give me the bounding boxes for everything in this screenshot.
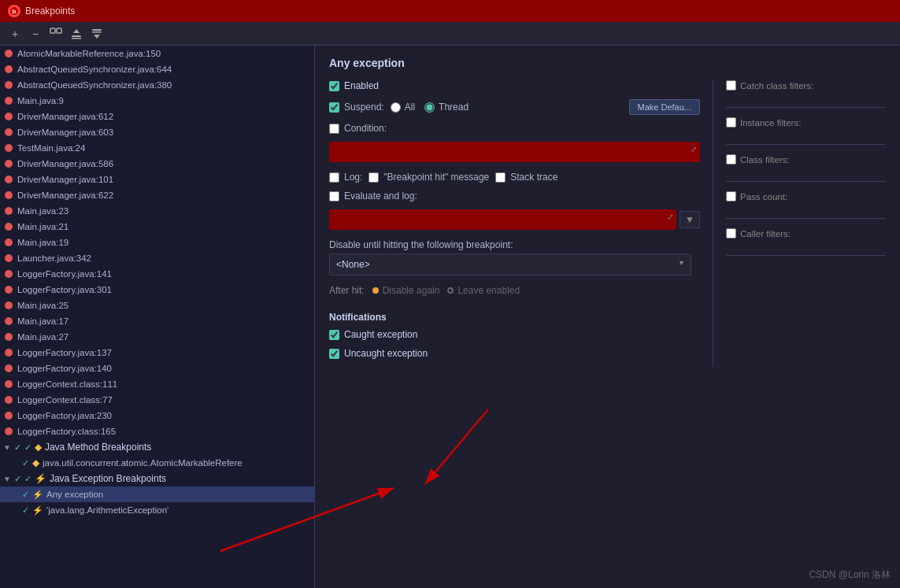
list-item[interactable]: DriverManager.java:586 bbox=[0, 156, 314, 172]
two-col-layout: Enabled Suspend: All bbox=[329, 80, 886, 367]
import-button[interactable] bbox=[88, 25, 106, 43]
suspend-thread-radio[interactable] bbox=[424, 102, 435, 113]
pass-count-checkbox[interactable] bbox=[726, 191, 736, 202]
log-checkbox-label[interactable]: Log: bbox=[329, 172, 362, 183]
caller-filters-input[interactable] bbox=[726, 242, 886, 256]
group-button[interactable] bbox=[47, 25, 65, 43]
suspend-checkbox[interactable] bbox=[329, 102, 339, 113]
leave-enabled-label[interactable]: Leave enabled bbox=[447, 285, 520, 296]
condition-checkbox[interactable] bbox=[329, 124, 339, 134]
list-item[interactable]: Main.java:19 bbox=[0, 235, 314, 250]
right-content: Any exception Enabled bbox=[315, 46, 900, 378]
catch-class-filters-checkbox[interactable] bbox=[726, 80, 736, 91]
after-hit-label: After hit: bbox=[329, 285, 365, 296]
method-subitem[interactable]: ✓ ◆ java.util.concurrent.atomic.AtomicMa… bbox=[0, 455, 314, 471]
evaluate-dropdown-btn[interactable]: ▼ bbox=[680, 211, 700, 228]
caller-filters-check[interactable]: Caller filters: bbox=[726, 228, 886, 239]
condition-input[interactable] bbox=[329, 142, 700, 162]
evaluate-checkbox[interactable] bbox=[329, 191, 339, 202]
list-item[interactable]: DriverManager.java:603 bbox=[0, 124, 314, 140]
uncaught-exception-label[interactable]: Uncaught exception bbox=[329, 348, 428, 359]
list-item[interactable]: Main.java:27 bbox=[0, 329, 314, 345]
class-filters-checkbox[interactable] bbox=[726, 154, 736, 165]
list-item[interactable]: Launcher.java:342 bbox=[0, 250, 314, 266]
notifications-title: Notifications bbox=[329, 312, 700, 323]
evaluate-input[interactable] bbox=[329, 209, 676, 230]
log-stack-trace-label[interactable]: Stack trace bbox=[495, 172, 557, 183]
list-item[interactable]: LoggerContext.class:111 bbox=[0, 376, 314, 392]
evaluate-checkbox-label[interactable]: Evaluate and log: bbox=[329, 190, 417, 202]
pass-count-input[interactable] bbox=[726, 205, 886, 219]
enabled-checkbox[interactable] bbox=[329, 81, 339, 91]
condition-expand-icon[interactable]: ⤢ bbox=[691, 145, 697, 153]
list-item[interactable]: Main.java:25 bbox=[0, 298, 314, 313]
disable-until-group: Disable until hitting the following brea… bbox=[329, 239, 700, 276]
catch-class-filters-check[interactable]: Catch class filters: bbox=[726, 80, 886, 91]
any-exception-item[interactable]: ✓ ⚡ Any exception bbox=[0, 486, 314, 502]
disable-again-label[interactable]: Disable again bbox=[372, 285, 440, 296]
breakpoint-dot bbox=[5, 128, 13, 136]
instance-filters-checkbox[interactable] bbox=[726, 117, 736, 128]
log-stack-trace-checkbox[interactable] bbox=[495, 172, 506, 183]
remove-button[interactable]: − bbox=[27, 25, 44, 43]
caught-exception-checkbox[interactable] bbox=[329, 330, 339, 340]
suspend-row: Suspend: All Thread Mak bbox=[329, 99, 700, 115]
list-item[interactable]: DriverManager.java:612 bbox=[0, 109, 314, 124]
suspend-thread-label[interactable]: Thread bbox=[424, 102, 469, 113]
catch-class-filters-input[interactable] bbox=[726, 94, 886, 108]
list-item[interactable]: LoggerFactory.java:301 bbox=[0, 282, 314, 298]
instance-filters-input[interactable] bbox=[726, 131, 886, 145]
list-item[interactable]: LoggerFactory.java:137 bbox=[0, 345, 314, 361]
caught-exception-label[interactable]: Caught exception bbox=[329, 329, 417, 340]
make-default-button[interactable]: Make Defau... bbox=[629, 99, 700, 115]
list-item[interactable]: Main.java:17 bbox=[0, 313, 314, 329]
breakpoint-dot bbox=[5, 270, 13, 278]
list-item[interactable]: LoggerContext.class:77 bbox=[0, 392, 314, 408]
log-checkbox[interactable] bbox=[329, 172, 339, 183]
class-filters-input[interactable] bbox=[726, 168, 886, 182]
list-item[interactable]: Main.java:21 bbox=[0, 219, 314, 235]
watermark: CSDN @Lorin 洛林 bbox=[809, 568, 891, 582]
arith-exception-item[interactable]: ✓ ⚡ 'java.lang.ArithmeticException' bbox=[0, 502, 314, 518]
list-item[interactable]: TestMain.java:24 bbox=[0, 140, 314, 156]
export-button[interactable] bbox=[68, 25, 85, 43]
list-item[interactable]: AbstractQueuedSynchronizer.java:380 bbox=[0, 77, 314, 93]
pass-count-check[interactable]: Pass count: bbox=[726, 191, 886, 202]
enabled-label[interactable]: Enabled bbox=[329, 80, 379, 91]
uncaught-exception-checkbox[interactable] bbox=[329, 349, 339, 359]
caller-filters-checkbox[interactable] bbox=[726, 228, 736, 239]
class-filters-check[interactable]: Class filters: bbox=[726, 154, 886, 165]
log-breakpoint-msg-checkbox[interactable] bbox=[369, 172, 379, 183]
exception-collapse-arrow: ▼ bbox=[3, 475, 11, 483]
arith-exc-icon: ⚡ bbox=[32, 505, 43, 516]
list-item[interactable]: AbstractQueuedSynchronizer.java:644 bbox=[0, 61, 314, 77]
log-breakpoint-msg-label[interactable]: "Breakpoint hit" message bbox=[369, 172, 489, 183]
exception-breakpoints-section[interactable]: ▼ ✓ ✓ ⚡ Java Exception Breakpoints bbox=[0, 471, 314, 486]
list-item[interactable]: Main.java:9 bbox=[0, 93, 314, 109]
catch-class-filters-label: Catch class filters: bbox=[726, 80, 886, 91]
list-item[interactable]: AtomicMarkableReference.java:150 bbox=[0, 46, 314, 61]
disable-again-dot bbox=[372, 287, 379, 294]
list-item[interactable]: DriverManager.java:101 bbox=[0, 172, 314, 187]
breakpoint-dot bbox=[5, 412, 13, 420]
uncaught-exception-row: Uncaught exception bbox=[329, 348, 700, 359]
list-item[interactable]: LoggerFactory.java:140 bbox=[0, 361, 314, 376]
list-item[interactable]: Main.java:23 bbox=[0, 203, 314, 219]
suspend-all-label[interactable]: All bbox=[391, 102, 415, 113]
suspend-label: Suspend: bbox=[329, 102, 384, 113]
suspend-radio-group: All Thread bbox=[391, 102, 469, 113]
instance-filters-check[interactable]: Instance filters: bbox=[726, 117, 886, 128]
method-breakpoints-section[interactable]: ▼ ✓ ✓ ◆ Java Method Breakpoints bbox=[0, 439, 314, 455]
main-layout: AtomicMarkableReference.java:150Abstract… bbox=[0, 46, 900, 588]
disable-until-select[interactable]: <None> bbox=[329, 253, 691, 276]
condition-checkbox-label[interactable]: Condition: bbox=[329, 123, 387, 134]
list-item[interactable]: LoggerFactory.java:230 bbox=[0, 408, 314, 423]
list-item[interactable]: LoggerFactory.class:165 bbox=[0, 423, 314, 439]
list-item[interactable]: LoggerFactory.java:141 bbox=[0, 266, 314, 282]
suspend-all-radio[interactable] bbox=[391, 102, 401, 113]
svg-marker-9 bbox=[94, 35, 100, 39]
breakpoint-dot bbox=[5, 427, 13, 435]
evaluate-expand-icon[interactable]: ⤢ bbox=[667, 213, 673, 221]
add-button[interactable]: + bbox=[6, 25, 24, 43]
list-item[interactable]: DriverManager.java:622 bbox=[0, 187, 314, 203]
